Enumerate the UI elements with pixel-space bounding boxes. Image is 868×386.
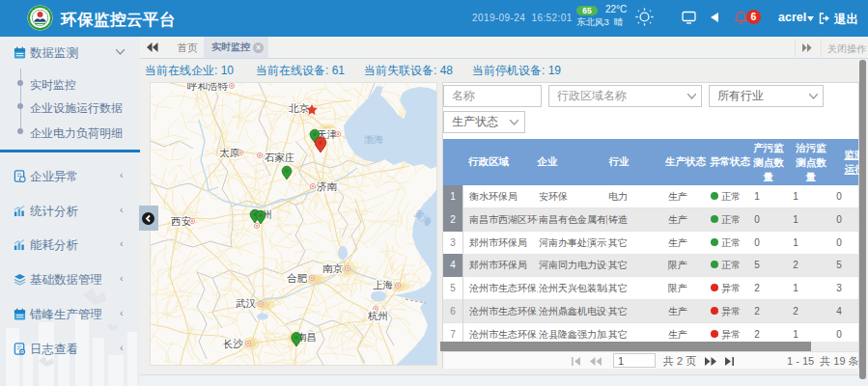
svg-text:呼和浩特: 呼和浩特 [187, 83, 229, 92]
svg-text:长沙: 长沙 [223, 338, 244, 349]
svg-text:渤海: 渤海 [364, 134, 383, 145]
svg-text:太原: 太原 [219, 147, 240, 158]
svg-text:杭州: 杭州 [367, 310, 388, 321]
svg-text:西安: 西安 [171, 215, 192, 227]
svg-text:武汉: 武汉 [236, 297, 257, 309]
svg-text:上海: 上海 [373, 279, 394, 290]
svg-text:石家庄: 石家庄 [265, 152, 295, 163]
svg-text:南京: 南京 [322, 262, 344, 274]
svg-text:济南: 济南 [317, 180, 338, 192]
svg-text:合肥: 合肥 [287, 272, 308, 284]
svg-text:北京: 北京 [288, 102, 310, 114]
